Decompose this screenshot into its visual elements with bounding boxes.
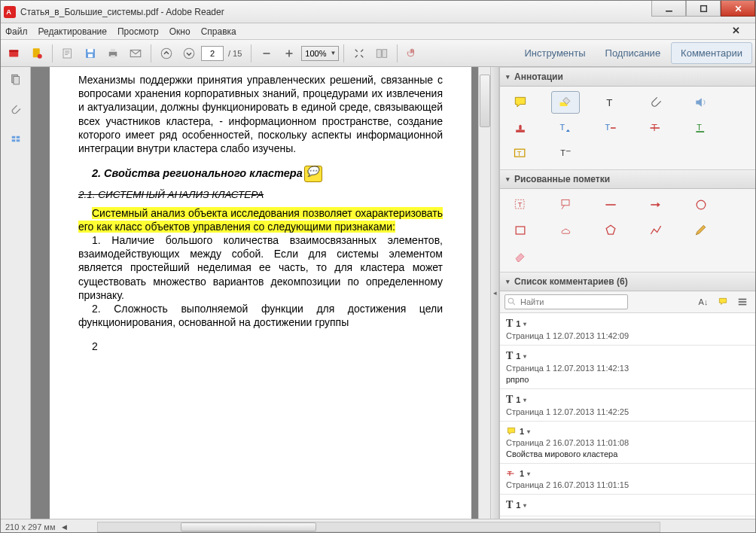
audio-tool-icon[interactable] [687,91,715,114]
zoom-out-icon[interactable] [256,43,277,64]
stamp-tool-icon[interactable] [506,117,535,139]
page-total-label: / 15 [228,49,242,58]
attachments-icon[interactable] [9,103,23,120]
svg-rect-7 [9,50,18,51]
comment-list[interactable]: T 1▾Страница 1 12.07.2013 11:42:09T 1▾Ст… [500,313,755,519]
thumbnails-icon[interactable] [9,73,23,90]
eraser-tool-icon[interactable] [506,245,535,267]
svg-text:T: T [560,123,565,132]
comment-item[interactable]: T 1▾Страница 1 12.07.2013 11:42:13рпрпо [500,346,755,389]
text-tool-icon[interactable]: T [596,91,625,114]
connected-lines-icon[interactable] [642,219,670,242]
strikethrough-tool-icon[interactable]: T [642,117,670,139]
annotation-tools: T T T T T T T [500,87,755,169]
insert-text-cursor-icon[interactable]: T [551,117,580,139]
sort-comments-icon[interactable]: A↓ [695,294,712,309]
zoom-in-icon[interactable] [279,43,300,64]
menubar: Файл Редактирование Просмотр Окно Справк… [1,23,755,40]
underline-tool-icon[interactable]: T [687,117,715,139]
text-box-tool-icon[interactable]: T [506,142,535,165]
page-down-icon[interactable] [178,43,200,64]
comments-list-header[interactable]: Список комментариев (6) [500,272,755,291]
svg-line-52 [513,303,515,305]
signing-tab[interactable]: Подписание [596,43,670,63]
rectangle-tool-icon[interactable] [506,219,535,242]
annotations-header[interactable]: Аннотации [500,67,755,87]
pdf-page: Механизмы поддержки принятия управленчес… [50,67,471,519]
menu-view[interactable]: Просмотр [117,26,159,37]
menubar-close-icon[interactable]: ✕ [732,25,740,36]
polygon-tool-icon[interactable] [596,219,625,242]
options-icon[interactable] [734,294,751,309]
app-icon: A [4,6,16,18]
left-sidebar [1,67,31,519]
svg-rect-3 [700,5,706,11]
svg-rect-12 [87,49,93,53]
edit-icon[interactable] [57,43,78,64]
svg-rect-29 [16,136,20,139]
close-button[interactable] [721,1,755,17]
replace-text-icon[interactable]: T [596,117,625,139]
oval-tool-icon[interactable] [687,193,715,216]
attach-file-tool-icon[interactable] [642,91,670,114]
menu-help[interactable]: Справка [201,26,236,37]
panel-collapse-handle[interactable]: ◂ [490,67,499,519]
comment-item[interactable]: 1▾Страница 2 16.07.2013 11:01:08Свойства… [500,422,755,464]
page-dimensions: 210 x 297 мм [5,522,56,531]
highlight-tool-icon[interactable] [551,91,580,114]
pencil-tool-icon[interactable] [687,219,715,242]
comment-toolbar: A↓ [500,291,755,313]
email-icon[interactable] [125,43,146,64]
svg-rect-24 [383,49,387,57]
page-up-icon[interactable] [156,43,177,64]
svg-rect-54 [739,301,747,303]
list-item-2: 2. Сложность выполняемой функции для дос… [78,302,443,329]
comment-search-input[interactable] [505,294,628,309]
svg-rect-53 [739,299,747,300]
open-file-icon[interactable] [4,43,25,64]
comment-item[interactable]: T 1▾Страница 1 12.07.2013 11:42:09 [500,313,755,346]
fit-page-icon[interactable] [349,43,370,64]
document-scrollbar[interactable] [478,67,490,519]
menu-file[interactable]: Файл [5,26,28,37]
menu-edit[interactable]: Редактирование [38,26,107,37]
text-callout-tool-icon[interactable]: T [551,142,580,165]
drawings-header[interactable]: Рисованные пометки [500,169,755,189]
filter-comments-icon[interactable] [715,294,731,309]
zoom-select[interactable]: 100%▼ [301,46,339,61]
maximize-button[interactable] [686,1,721,17]
horizontal-scrollbar[interactable] [97,522,661,532]
heading-21: 2.1. СИСТЕМНЫЙ АНАЛИЗ КЛАСТЕРА [78,188,443,202]
minimize-button[interactable] [651,1,686,17]
sticky-note-icon[interactable] [304,166,322,182]
comments-tab[interactable]: Комментарии [671,42,752,64]
svg-rect-26 [14,77,20,85]
comment-item[interactable]: T 1▾Страница 1 12.07.2013 11:42:25 [500,389,755,422]
callout-draw-icon[interactable] [551,193,580,216]
cloud-tool-icon[interactable] [551,219,580,242]
instruments-tab[interactable]: Инструменты [515,43,594,63]
read-mode-icon[interactable] [371,43,392,64]
export-pdf-icon[interactable] [26,43,47,64]
window-controls [651,1,755,17]
line-tool-icon[interactable] [596,193,625,216]
svg-rect-28 [11,139,15,142]
svg-rect-50 [516,227,525,234]
arrow-tool-icon[interactable] [642,193,670,216]
comment-item[interactable]: T 1▾Страница 2 16.07.2013 11:01:15 [500,464,755,495]
menu-window[interactable]: Окно [169,26,191,37]
chevron-left-icon[interactable]: ◀ [62,523,67,531]
print-icon[interactable] [102,43,123,64]
page-number-input[interactable] [201,46,224,61]
hand-tool-icon[interactable] [402,43,423,64]
textbox-draw-icon[interactable]: T [506,193,535,216]
sticky-note-tool-icon[interactable] [506,91,535,114]
svg-rect-13 [88,53,93,57]
document-viewport[interactable]: Механизмы поддержки принятия управленчес… [31,67,490,519]
comment-item[interactable]: T 1▾ [500,495,755,516]
svg-point-9 [38,53,42,58]
search-icon [507,297,517,306]
main-area: Механизмы поддержки принятия управленчес… [1,67,755,519]
save-icon[interactable] [80,43,101,64]
bookmarks-icon[interactable] [9,133,23,150]
